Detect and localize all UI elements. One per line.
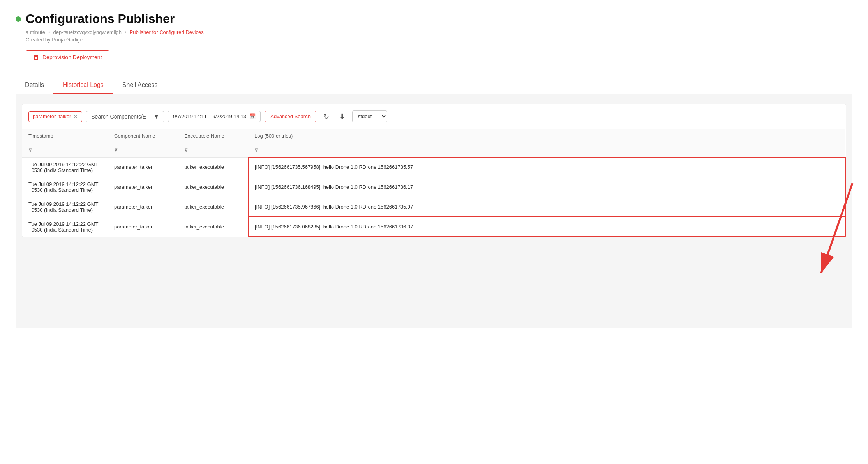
cell-timestamp: Tue Jul 09 2019 14:12:22 GMT +0530 (Indi… [22,177,108,197]
filter-input-timestamp[interactable] [34,147,102,153]
table-row: Tue Jul 09 2019 14:12:22 GMT +0530 (Indi… [22,217,845,237]
cell-timestamp: Tue Jul 09 2019 14:12:22 GMT +0530 (Indi… [22,157,108,177]
download-icon: ⬇ [339,113,345,120]
filter-tag[interactable]: parameter_talker ✕ [28,111,82,122]
trash-icon: 🗑 [33,54,39,61]
breadcrumb: a minute • dep-tsuefzcvqvxqjynqwlemiigh … [16,29,852,35]
search-toolbar: parameter_talker ✕ Search Components/E ▼… [22,104,846,129]
cell-log: [INFO] [1562661735.567958]: hello Drone … [248,157,845,177]
col-header-component: Component Name [108,129,178,143]
stdout-select[interactable]: stdout [352,110,387,122]
filter-icon-log: ⊽ [254,147,258,153]
breadcrumb-sep2: • [125,29,127,35]
cell-log: [INFO] [1562661736.168495]: hello Drone … [248,177,845,197]
tab-historical-logs[interactable]: Historical Logs [53,77,113,94]
date-range-text: 9/7/2019 14:11 – 9/7/2019 14:13 [173,113,246,119]
cell-timestamp: Tue Jul 09 2019 14:12:22 GMT +0530 (Indi… [22,217,108,237]
col-header-executable: Executable Name [178,129,248,143]
dropdown-arrow-icon: ▼ [153,113,159,120]
table-body: Tue Jul 09 2019 14:12:22 GMT +0530 (Indi… [22,157,845,237]
table-row: Tue Jul 09 2019 14:12:22 GMT +0530 (Indi… [22,197,845,217]
search-components-label: Search Components/E [91,113,146,120]
filter-input-executable[interactable] [190,147,242,153]
download-button[interactable]: ⬇ [336,111,348,122]
page-title: Configurations Publisher [26,12,175,26]
table-header-row: Timestamp Component Name Executable Name… [22,129,845,143]
tab-details[interactable]: Details [16,77,53,94]
table-row: Tue Jul 09 2019 14:12:22 GMT +0530 (Indi… [22,157,845,177]
cell-log: [INFO] [1562661736.068235]: hello Drone … [248,217,845,237]
breadcrumb-time: a minute [26,29,45,35]
cell-executable: talker_executable [178,157,248,177]
cell-component: parameter_talker [108,217,178,237]
filter-tag-text: parameter_talker [33,113,71,119]
tabs-row: Details Historical Logs Shell Access [16,77,852,94]
cell-component: parameter_talker [108,197,178,217]
calendar-icon: 📅 [249,113,256,119]
filter-tag-close-icon[interactable]: ✕ [73,113,78,120]
logs-table: Timestamp Component Name Executable Name… [22,129,846,237]
status-dot [16,16,21,22]
table-row: Tue Jul 09 2019 14:12:22 GMT +0530 (Indi… [22,177,845,197]
cell-executable: talker_executable [178,217,248,237]
refresh-icon: ↻ [323,113,329,120]
cell-log: [INFO] [1562661735.967866]: hello Drone … [248,197,845,217]
tab-shell-access[interactable]: Shell Access [113,77,167,94]
filter-input-component[interactable] [120,147,172,153]
filter-row: ⊽ ⊽ ⊽ [22,143,845,158]
logs-container: parameter_talker ✕ Search Components/E ▼… [22,104,846,237]
cell-component: parameter_talker [108,157,178,177]
breadcrumb-link[interactable]: Publisher for Configured Devices [130,29,204,35]
filter-icon-timestamp: ⊽ [28,147,32,153]
filter-icon-component: ⊽ [114,147,118,153]
deprovision-button[interactable]: 🗑 Deprovision Deployment [26,50,109,64]
header-section: Configurations Publisher a minute • dep-… [16,12,852,64]
cell-timestamp: Tue Jul 09 2019 14:12:22 GMT +0530 (Indi… [22,197,108,217]
col-header-log: Log (500 entries) [248,129,845,143]
breadcrumb-sep1: • [48,29,50,35]
col-header-timestamp: Timestamp [22,129,108,143]
filter-icon-executable: ⊽ [184,147,188,153]
advanced-search-button[interactable]: Advanced Search [265,111,316,122]
search-components-select[interactable]: Search Components/E ▼ [86,111,164,122]
date-range-picker[interactable]: 9/7/2019 14:11 – 9/7/2019 14:13 📅 [168,111,261,122]
deprovision-label: Deprovision Deployment [42,54,102,60]
refresh-button[interactable]: ↻ [320,111,332,122]
created-by-label: Created by Pooja Gadige [16,37,852,43]
content-area: parameter_talker ✕ Search Components/E ▼… [16,94,852,328]
cell-executable: talker_executable [178,177,248,197]
cell-component: parameter_talker [108,177,178,197]
cell-executable: talker_executable [178,197,248,217]
filter-input-log[interactable] [260,147,839,153]
breadcrumb-deployment-id: dep-tsuefzcvqvxqjynqwlemiigh [53,29,122,35]
